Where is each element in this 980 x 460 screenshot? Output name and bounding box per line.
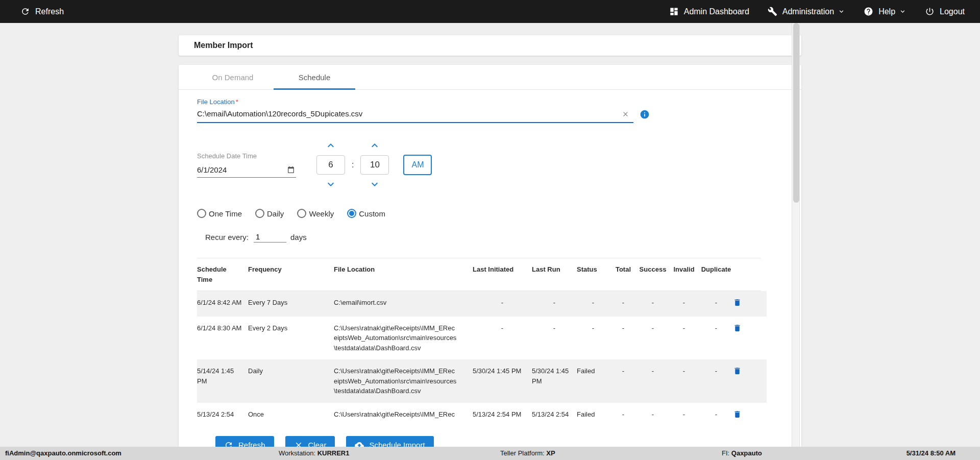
file-location-field (197, 107, 633, 123)
cell-last-run: 5/13/24 2:54 PM (532, 409, 577, 419)
delete-row-icon[interactable] (733, 410, 742, 419)
radio-circle-icon (197, 209, 206, 218)
cell-duplicate: - (699, 409, 733, 419)
page-scrollbar[interactable] (792, 23, 800, 447)
admin-dashboard-button[interactable]: Admin Dashboard (669, 7, 749, 16)
table-header-row: Schedule Time Frequency File Location La… (197, 258, 761, 291)
header-invalid: Invalid (669, 264, 699, 275)
footer-user-email: fiAdmin@qaxpauto.onmicrosoft.com (5, 449, 121, 457)
cell-frequency: Once (248, 409, 334, 419)
hour-decrement-button[interactable] (325, 178, 337, 190)
administration-menu[interactable]: Administration (768, 7, 845, 16)
cell-total: - (609, 323, 637, 333)
header-duplicate: Duplicate (699, 264, 733, 275)
schedule-table-body[interactable]: 6/1/24 8:42 AM Every 7 Days C:\email\imo… (197, 291, 767, 419)
recur-every-label: Recur every: (205, 233, 249, 241)
topbar: Refresh Admin Dashboard Administration H… (0, 0, 980, 23)
cell-total: - (609, 366, 637, 376)
power-icon (925, 7, 935, 16)
footer-teller-platform: Teller Platform: XP (500, 449, 555, 457)
cell-success: - (637, 366, 669, 376)
table-row: 6/1/24 8:42 AM Every 7 Days C:\email\imo… (197, 291, 767, 317)
topbar-left: Refresh (20, 7, 64, 16)
clear-input-icon[interactable] (622, 110, 629, 118)
radio-circle-icon (347, 209, 356, 218)
cell-frequency: Daily (248, 366, 334, 376)
topbar-refresh-button[interactable]: Refresh (20, 7, 64, 16)
delete-row-icon[interactable] (733, 324, 742, 332)
logout-button[interactable]: Logout (925, 7, 965, 16)
cell-status: Failed (577, 366, 609, 376)
header-total: Total (609, 264, 637, 275)
chevron-down-icon (899, 8, 906, 15)
hour-increment-button[interactable] (325, 139, 337, 152)
schedule-date-input[interactable] (197, 164, 296, 178)
header-file-location: File Location (334, 264, 473, 275)
cell-total: - (609, 298, 637, 308)
schedule-date-label: Schedule Date Time (197, 152, 296, 160)
header-last-initiated: Last Initiated (473, 264, 532, 275)
cell-total: - (609, 409, 637, 419)
refresh-icon (20, 7, 30, 16)
minute-input[interactable] (360, 155, 389, 175)
page-title-card: Member Import (179, 35, 801, 56)
radio-circle-icon (255, 209, 264, 218)
cell-duplicate: - (699, 366, 733, 376)
cell-file-location: C:\Users\ratnak\git\eReceipts\IMM_ERecei… (334, 323, 473, 353)
status-footer: fiAdmin@qaxpauto.onmicrosoft.com Worksta… (0, 447, 980, 460)
administration-label: Administration (782, 7, 834, 16)
header-success: Success (637, 264, 669, 275)
required-marker: * (236, 98, 238, 106)
cell-status: - (577, 298, 609, 308)
header-last-run: Last Run (532, 264, 577, 275)
logout-label: Logout (940, 7, 965, 16)
radio-custom[interactable]: Custom (347, 209, 385, 218)
recurrence-radio-group: One Time Daily Weekly Custom (197, 209, 783, 218)
file-location-input[interactable] (197, 107, 633, 123)
tab-schedule[interactable]: Schedule (274, 65, 355, 89)
footer-datetime: 5/31/24 8:50 AM (906, 449, 955, 457)
delete-row-icon[interactable] (733, 298, 742, 307)
info-icon[interactable] (640, 109, 650, 119)
topbar-refresh-label: Refresh (35, 7, 64, 16)
header-frequency: Frequency (248, 264, 334, 275)
hour-input[interactable] (316, 155, 345, 175)
file-location-label: File Location* (197, 98, 783, 106)
radio-daily[interactable]: Daily (255, 209, 284, 218)
table-row: 6/1/24 8:30 AM Every 2 Days C:\Users\rat… (197, 317, 767, 360)
calendar-icon[interactable] (287, 166, 295, 174)
cell-last-initiated: - (473, 323, 532, 333)
page-scrollbar-thumb[interactable] (793, 23, 799, 203)
header-schedule-time: Schedule Time (197, 264, 248, 284)
cell-success: - (637, 409, 669, 419)
cell-file-location: C:\email\imort.csv (334, 298, 473, 308)
cell-invalid: - (669, 298, 699, 308)
cell-duplicate: - (699, 323, 733, 333)
cell-invalid: - (669, 409, 699, 419)
tab-on-demand[interactable]: On Demand (192, 65, 274, 89)
cell-duplicate: - (699, 298, 733, 308)
meridiem-toggle-button[interactable]: AM (403, 155, 432, 175)
cell-file-location: C:\Users\ratnak\git\eReceipts\IMM_ERecei… (334, 409, 473, 419)
cell-success: - (637, 298, 669, 308)
radio-weekly[interactable]: Weekly (297, 209, 334, 218)
cell-frequency: Every 2 Days (248, 323, 334, 333)
delete-row-icon[interactable] (733, 367, 742, 375)
schedule-table: Schedule Time Frequency File Location La… (197, 258, 767, 419)
cell-success: - (637, 323, 669, 333)
cell-schedule-time: 5/13/24 2:54 PM (197, 409, 248, 419)
minute-decrement-button[interactable] (369, 178, 381, 190)
member-import-panel: On Demand Schedule File Location* (179, 65, 801, 460)
header-status: Status (577, 264, 609, 275)
cell-last-initiated: 5/13/24 2:54 PM (473, 409, 532, 419)
cell-file-location: C:\Users\ratnak\git\eReceipts\IMM_ERecei… (334, 366, 473, 396)
radio-one-time[interactable]: One Time (197, 209, 242, 218)
recur-every-input[interactable] (254, 231, 286, 243)
cell-last-run: - (532, 323, 577, 333)
help-label: Help (878, 7, 895, 16)
help-menu[interactable]: Help (864, 7, 906, 16)
schedule-datetime-group: Schedule Date Time (197, 139, 783, 190)
help-icon (864, 7, 873, 16)
minute-increment-button[interactable] (369, 139, 381, 152)
recur-unit-label: days (290, 233, 307, 241)
